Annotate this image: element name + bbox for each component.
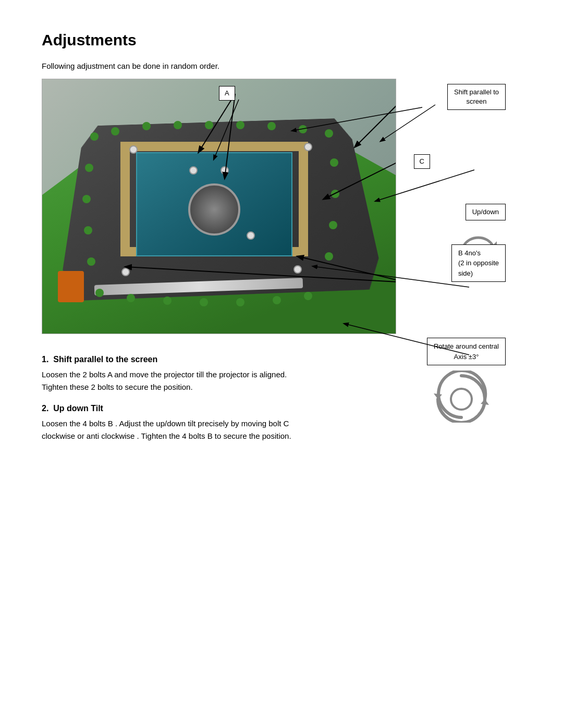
section-1-body: Loosen the 2 bolts A and move the projec… [42,368,433,393]
b-bolts-text: B 4no's (2 in opposite side) [458,249,499,277]
section-2-body: Loosen the 4 bolts B . Adjust the up/dow… [42,417,433,442]
section-1-title: Shift parallel to the screen [53,355,157,364]
rotate-central-text: Rotate around central Axis ±3° [434,342,499,361]
svg-point-41 [451,389,472,410]
b-bolts-box: B 4no's (2 in opposite side) [451,244,506,282]
section-2-title: Up down Tilt [53,404,103,413]
updown-box: Up/down [466,204,506,220]
shift-parallel-text: Shift parallel to screen [454,88,499,105]
intro-text: Following adjustment can be done in rand… [42,61,521,70]
section-2-number: 2. [42,404,48,413]
main-image [42,79,396,334]
page-title: Adjustments [42,31,521,49]
label-a-box: A [219,86,235,101]
diagram-container: A C Shift parallel to screen Up/down B 4… [42,79,511,334]
svg-marker-40 [481,399,489,405]
label-c-box: C [414,154,430,169]
shift-parallel-box: Shift parallel to screen [447,84,506,110]
section-1-number: 1. [42,355,48,364]
central-rotation-arrows [433,371,490,423]
rotate-central-box: Rotate around central Axis ±3° [427,338,506,365]
